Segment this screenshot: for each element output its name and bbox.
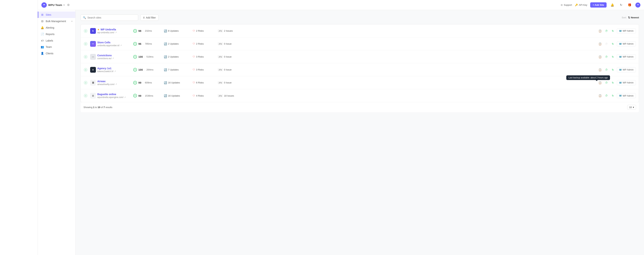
backup-icon[interactable]: 📋 bbox=[598, 93, 602, 98]
updates-text[interactable]: 2 Updates bbox=[168, 42, 179, 45]
updates-text[interactable]: 16 Updates bbox=[168, 94, 180, 97]
refresh-icon[interactable]: ↻ bbox=[618, 2, 624, 8]
external-link-icon[interactable]: ↗ bbox=[112, 57, 114, 60]
updates-text[interactable]: 16 Updates bbox=[168, 81, 180, 84]
external-link-icon[interactable]: ↗ bbox=[120, 44, 122, 46]
site-name-link[interactable]: WP Umbrella bbox=[100, 28, 116, 31]
risks-text: 2 Risks bbox=[196, 42, 204, 45]
updates-text[interactable]: 8 Updates bbox=[168, 30, 179, 32]
sidebar-item-labels[interactable]: 🏷 Labels bbox=[38, 38, 75, 44]
toolbar: 🔍 ⧖ Add filter Sort: ⇅ Newest bbox=[80, 14, 639, 21]
refresh-site-icon[interactable]: ↻ bbox=[610, 93, 616, 98]
refresh-site-icon[interactable]: ↻ bbox=[610, 67, 616, 72]
showing-to: 10 bbox=[98, 106, 100, 108]
search-box[interactable]: 🔍 bbox=[80, 14, 138, 21]
score-value: 100 bbox=[138, 68, 143, 71]
sidebar-item-team[interactable]: 👥 Team bbox=[38, 44, 75, 50]
wp-admin-button[interactable]: W WP Admin bbox=[617, 28, 636, 34]
site-name-link[interactable]: Convictions bbox=[97, 54, 112, 57]
wp-admin-label: WP Admin bbox=[623, 68, 634, 71]
site-name-link[interactable]: Airwax bbox=[97, 80, 106, 83]
restore-icon[interactable]: ⏱ bbox=[604, 67, 609, 72]
site-name-link[interactable]: Baguette online bbox=[97, 93, 116, 96]
sidebar-item-labels-label: Labels bbox=[46, 39, 53, 42]
restore-icon[interactable]: ⏱ bbox=[604, 41, 609, 46]
refresh-site-icon[interactable]: ↻ bbox=[610, 28, 616, 34]
score-value: 99 bbox=[138, 81, 142, 84]
restore-icon[interactable]: ⏱ bbox=[604, 80, 609, 85]
site-info: — Convictions convictions.eu/ ↗ bbox=[90, 54, 133, 60]
user-avatar[interactable]: ☂ bbox=[635, 2, 640, 8]
wp-admin-button[interactable]: W WP Admin bbox=[617, 93, 636, 98]
team-name: WPU Team bbox=[48, 4, 62, 6]
sidebar-item-sites[interactable]: ⊞ Sites bbox=[38, 12, 75, 18]
site-actions: 📋 ⏱ ↻ W WP Admin bbox=[245, 54, 636, 59]
star-icon: ★ bbox=[97, 28, 100, 31]
site-info-wrapper: 🖼 Airwax airwaxfreefly.com/ ↗ bbox=[90, 80, 133, 86]
updates-icon: 🔄 bbox=[164, 68, 167, 71]
sidebar-nav-list: ⊞ Sites ⊟ Bulk Management ▾ 🔔 Alerting 📄 bbox=[38, 10, 75, 255]
site-info-wrapper: — Convictions convictions.eu/ ↗ bbox=[90, 54, 133, 60]
sort-area: Sort: ⇅ Newest bbox=[622, 16, 639, 19]
backup-icon[interactable]: 📋 bbox=[598, 54, 602, 59]
search-input[interactable] bbox=[88, 16, 136, 19]
wp-admin-button[interactable]: W WP Admin bbox=[617, 41, 636, 46]
support-button[interactable]: ⊙ Support bbox=[561, 4, 572, 6]
sort-value-button[interactable]: ⇅ Newest bbox=[628, 16, 639, 19]
gift-icon[interactable]: 🎁 bbox=[627, 2, 632, 8]
wp-admin-label: WP Admin bbox=[623, 42, 634, 45]
site-info: 🖼 Airwax airwaxfreefly.com/ ↗ bbox=[90, 80, 133, 86]
api-key-label: API Key bbox=[579, 4, 587, 6]
sidebar-item-reports[interactable]: 📄 Reports bbox=[38, 31, 75, 38]
table-row: A Agency 1o1 tokeno2switch.fr/ ↗ G 100 ·… bbox=[81, 63, 639, 76]
site-status bbox=[84, 29, 90, 33]
wp-admin-button[interactable]: W WP Admin bbox=[617, 67, 636, 72]
wp-admin-button[interactable]: W WP Admin bbox=[617, 80, 636, 85]
api-key-button[interactable]: 🔑 API Key bbox=[575, 4, 587, 6]
bulk-management-icon: ⊟ bbox=[41, 20, 44, 23]
bulk-management-chevron-icon: ▾ bbox=[72, 20, 72, 22]
refresh-site-icon[interactable]: ↻ bbox=[610, 54, 616, 59]
updates-text[interactable]: 7 Updates bbox=[168, 68, 179, 71]
labels-icon: 🏷 bbox=[41, 39, 44, 42]
wp-admin-button[interactable]: W WP Admin bbox=[617, 54, 636, 59]
external-link-icon[interactable]: ↗ bbox=[124, 96, 126, 98]
add-site-button[interactable]: + Add Site bbox=[590, 2, 606, 8]
sidebar-item-alerting[interactable]: 🔔 Alerting bbox=[38, 24, 75, 31]
refresh-site-icon[interactable]: ↻ bbox=[610, 41, 616, 46]
site-name-link[interactable]: Store Cells bbox=[97, 41, 110, 44]
header-right: ⊙ Support 🔑 API Key + Add Site 🔔 ↻ 🎁 ☂ bbox=[561, 2, 640, 8]
php-label: php bbox=[218, 68, 223, 71]
sidebar bbox=[0, 0, 38, 255]
team-chevron-icon[interactable]: ▾ bbox=[64, 4, 64, 6]
sidebar-item-clients[interactable]: 👤 Clients bbox=[38, 50, 75, 57]
wp-logo-icon: W bbox=[619, 81, 622, 84]
site-name-link[interactable]: Agency 1o1 bbox=[97, 67, 112, 70]
restore-icon[interactable]: ⏱ bbox=[604, 93, 609, 98]
updates-text[interactable]: 2 Updates bbox=[168, 56, 179, 58]
risks-text: 3 Risks bbox=[196, 68, 204, 71]
score-separator: · bbox=[143, 94, 144, 97]
backup-icon[interactable]: 📋 bbox=[598, 67, 602, 72]
settings-icon[interactable]: ⚙ bbox=[67, 3, 70, 7]
site-info: ≡≡ Store Cells umbrella.wpprovider.nl/ ↗ bbox=[90, 41, 133, 47]
backup-icon[interactable]: 📋 bbox=[598, 28, 602, 34]
backup-icon[interactable]: 📋 bbox=[598, 80, 602, 85]
restore-icon[interactable]: ⏱ bbox=[604, 54, 609, 59]
restore-icon[interactable]: ⏱ bbox=[604, 28, 609, 34]
per-page-selector[interactable]: 10 ▾ bbox=[627, 105, 636, 110]
issues-text: 0 Issue bbox=[224, 42, 232, 45]
external-link-icon[interactable]: ↗ bbox=[114, 70, 116, 72]
external-link-icon[interactable]: ↗ bbox=[115, 31, 117, 34]
notifications-icon[interactable]: 🔔 bbox=[610, 2, 615, 8]
refresh-site-icon[interactable]: ↻ bbox=[610, 80, 616, 85]
backup-icon[interactable]: 📋 bbox=[598, 41, 602, 46]
sort-arrows-icon: ⇅ bbox=[628, 16, 630, 19]
add-filter-button[interactable]: ⧖ Add filter bbox=[140, 14, 158, 21]
risks-text: 4 Risks bbox=[196, 94, 204, 97]
status-dot bbox=[84, 29, 88, 33]
site-actions: 📋 ⏱ ↻ W WP Admin bbox=[245, 67, 636, 72]
external-link-icon[interactable]: ↗ bbox=[115, 83, 117, 86]
site-info-wrapper: b ★ WP Umbrella wp-umbrella.com/ ↗ bbox=[90, 28, 133, 34]
sidebar-item-bulk-management[interactable]: ⊟ Bulk Management ▾ bbox=[38, 18, 75, 24]
